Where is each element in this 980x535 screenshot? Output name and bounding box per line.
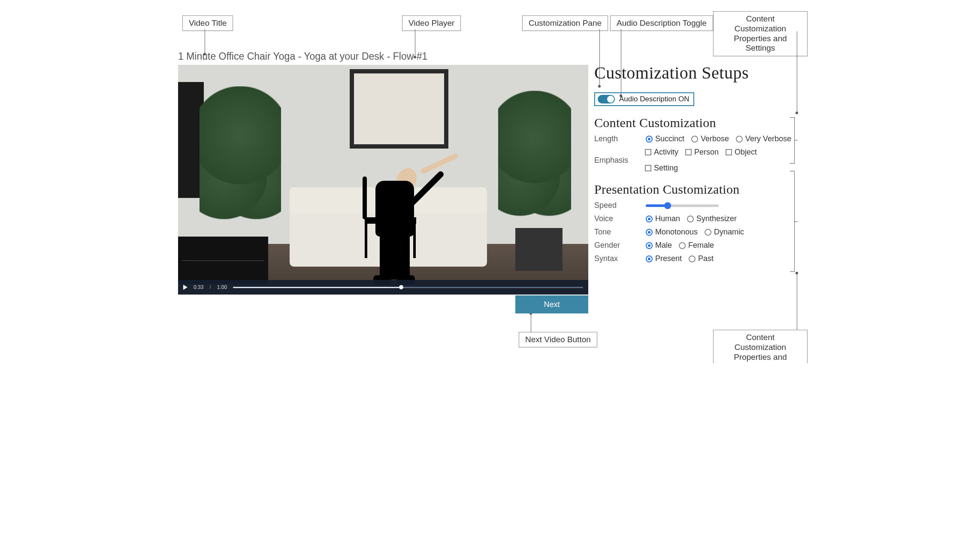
callout-customization-pane: Customization Pane: [522, 15, 608, 31]
video-title: 1 Minute Office Chair Yoga - Yoga at you…: [178, 51, 588, 62]
option-label: Present: [655, 254, 682, 263]
radio-icon: [646, 255, 653, 262]
speed-row: Speed: [594, 201, 794, 210]
option-label: Past: [698, 254, 714, 263]
gender-option-female[interactable]: Female: [679, 241, 714, 250]
radio-icon: [646, 136, 653, 143]
checkbox-icon: [645, 149, 651, 155]
option-label: Dynamic: [714, 228, 744, 237]
tone-option-mono[interactable]: Monotonous: [646, 228, 698, 237]
time-separator: /: [209, 284, 211, 290]
length-row: Length Succinct Verbose Very Verbose: [594, 134, 794, 143]
option-label: Person: [694, 148, 719, 157]
option-label: Synthesizer: [696, 214, 737, 223]
option-label: Setting: [654, 164, 678, 173]
radio-icon: [687, 216, 694, 222]
voice-options: Human Synthesizer: [646, 214, 737, 223]
option-label: Female: [688, 241, 714, 250]
gender-row: Gender Male Female: [594, 241, 794, 250]
emphasis-row: Emphasis Activity Person Object Setting: [594, 148, 794, 173]
connector: [205, 29, 205, 53]
option-label: Object: [735, 148, 757, 157]
toggle-icon: [598, 95, 615, 103]
option-label: Monotonous: [655, 228, 698, 237]
voice-option-synth[interactable]: Synthesizer: [687, 214, 737, 223]
connector: [797, 273, 797, 330]
syntax-row: Syntax Present Past: [594, 254, 794, 263]
gender-label: Gender: [594, 241, 637, 250]
radio-icon: [679, 242, 686, 249]
gender-options: Male Female: [646, 241, 714, 250]
next-button[interactable]: Next: [515, 295, 588, 313]
customization-pane: Customization Setups Audio Description O…: [594, 63, 794, 268]
emphasis-setting[interactable]: Setting: [645, 164, 678, 173]
radio-icon: [705, 229, 711, 236]
progress-bar[interactable]: [233, 287, 583, 288]
radio-icon: [646, 242, 653, 249]
radio-icon: [689, 255, 696, 262]
speed-slider[interactable]: [646, 204, 719, 207]
progress-thumb[interactable]: [399, 285, 403, 289]
emphasis-label: Emphasis: [594, 156, 636, 165]
connector: [794, 222, 798, 222]
syntax-label: Syntax: [594, 254, 637, 263]
tone-row: Tone Monotonous Dynamic: [594, 228, 794, 237]
option-label: Verbose: [701, 134, 729, 143]
connector: [531, 313, 531, 332]
video-controls: 0:33 / 1:00: [178, 280, 588, 295]
callout-audio-desc-toggle: Audio Description Toggle: [610, 15, 713, 31]
callout-next-video-button: Next Video Button: [519, 332, 597, 347]
voice-row: Voice Human Synthesizer: [594, 214, 794, 223]
option-label: Succinct: [655, 134, 684, 143]
connector-dot: [795, 112, 798, 114]
emphasis-activity[interactable]: Activity: [645, 148, 678, 157]
option-label: Male: [655, 241, 672, 250]
video-player[interactable]: 0:33 / 1:00: [178, 65, 588, 295]
length-option-succinct[interactable]: Succinct: [646, 134, 684, 143]
callout-video-player: Video Player: [402, 15, 461, 31]
connector-dot: [795, 272, 798, 274]
radio-icon: [736, 136, 743, 143]
emphasis-options: Activity Person Object Setting: [645, 148, 794, 173]
length-options: Succinct Verbose Very Verbose: [646, 134, 791, 143]
duration: 1:00: [217, 284, 227, 290]
emphasis-person[interactable]: Person: [685, 148, 719, 157]
callout-content-custom-props-bottom: Content Customization Properties and Set…: [713, 330, 808, 363]
callout-video-title: Video Title: [182, 15, 233, 31]
checkbox-icon: [726, 149, 732, 155]
syntax-option-present[interactable]: Present: [646, 254, 682, 263]
audio-description-toggle[interactable]: Audio Description ON: [594, 92, 694, 106]
video-area: 1 Minute Office Chair Yoga - Yoga at you…: [178, 51, 588, 295]
checkbox-icon: [685, 149, 692, 155]
length-option-very-verbose[interactable]: Very Verbose: [736, 134, 791, 143]
voice-option-human[interactable]: Human: [646, 214, 680, 223]
tone-label: Tone: [594, 228, 637, 237]
speed-label: Speed: [594, 201, 637, 210]
length-label: Length: [594, 134, 637, 143]
radio-icon: [646, 216, 653, 222]
toggle-label: Audio Description ON: [619, 95, 689, 103]
option-label: Human: [655, 214, 680, 223]
radio-icon: [646, 229, 653, 236]
content-heading: Content Customization: [594, 116, 794, 130]
radio-icon: [691, 136, 698, 143]
current-time: 0:33: [194, 284, 203, 290]
length-option-verbose[interactable]: Verbose: [691, 134, 729, 143]
pane-title: Customization Setups: [594, 63, 794, 83]
bracket-content: [794, 117, 795, 164]
voice-label: Voice: [594, 214, 637, 223]
syntax-option-past[interactable]: Past: [689, 254, 714, 263]
checkbox-icon: [645, 165, 651, 171]
gender-option-male[interactable]: Male: [646, 241, 672, 250]
emphasis-object[interactable]: Object: [726, 148, 757, 157]
tone-option-dynamic[interactable]: Dynamic: [705, 228, 744, 237]
syntax-options: Present Past: [646, 254, 714, 263]
connector: [794, 140, 798, 140]
option-label: Activity: [654, 148, 678, 157]
presentation-heading: Presentation Customization: [594, 182, 794, 197]
play-icon[interactable]: [183, 285, 188, 290]
slider-thumb[interactable]: [664, 202, 671, 209]
callout-content-custom-props-top: Content Customization Properties and Set…: [713, 11, 808, 56]
connector: [797, 31, 797, 113]
option-label: Very Verbose: [745, 134, 791, 143]
